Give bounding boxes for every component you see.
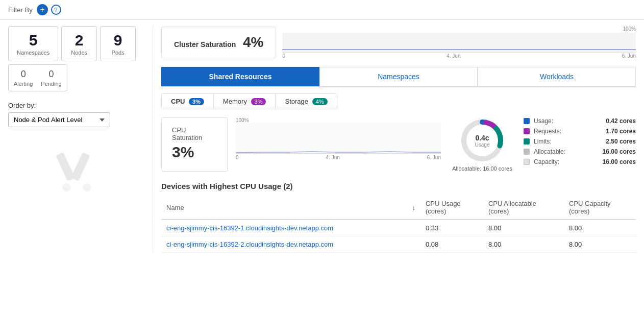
cluster-sat-pct: 4%: [243, 34, 263, 50]
legend-key-usage: Usage:: [534, 117, 580, 125]
devices-table: Name ↓ CPU Usage(cores) CPU Allocatable(…: [161, 196, 636, 253]
legend-dot-allocatable: [524, 149, 530, 155]
cluster-chart-top-label: 100%: [282, 26, 636, 32]
tab-workloads[interactable]: Workloads: [478, 67, 636, 86]
pods-label: Pods: [109, 50, 127, 56]
table-row: ci-eng-sjimmy-cis-16392-1.cloudinsights-…: [161, 220, 636, 236]
nodes-label: Nodes: [70, 50, 88, 56]
cpu-chart-labels: 0 4. Jun 6. Jun: [236, 155, 441, 160]
donut-area: 0.4c Usage Allocatable: 16.00 cores: [449, 117, 515, 172]
cluster-sat-title: Cluster Saturation: [174, 40, 236, 49]
top-bar: Filter By + ?: [0, 0, 644, 20]
cpu-chart-date1: 4. Jun: [326, 155, 340, 160]
cluster-saturation-box: Cluster Saturation 4%: [161, 27, 276, 58]
namespaces-value: 5: [17, 32, 49, 49]
donut-value: 0.4c: [475, 134, 490, 142]
alerting-value: 0: [21, 69, 26, 80]
cpu-chart-top-label: 100%: [236, 117, 441, 123]
cell-cpu-alloc-1: 8.00: [483, 236, 564, 253]
pods-value: 9: [109, 32, 127, 49]
legend-key-capacity: Capacity:: [534, 158, 580, 165]
cpu-chart-graph: [236, 123, 441, 154]
cpu-sat-value: 3%: [172, 144, 217, 161]
cpu-chart-area: 100% 0 4. Jun 6. Jun: [236, 117, 441, 172]
namespaces-label: Namespaces: [17, 50, 49, 56]
right-panel: Cluster Saturation 4% 100% 0 4. Jun 6. J…: [153, 26, 644, 253]
svg-point-2: [61, 182, 71, 193]
legend-row-requests: Requests: 1.70 cores: [524, 128, 636, 135]
main-tabs: Shared Resources Namespaces Workloads: [161, 67, 636, 87]
cluster-chart-zero: 0: [282, 53, 285, 59]
cell-cpu-alloc-0: 8.00: [483, 220, 564, 236]
legend-key-requests: Requests:: [534, 128, 580, 135]
cpu-sat-title: CPU Saturation: [172, 126, 217, 141]
legend-dot-limits: [524, 138, 530, 145]
filter-label: Filter By: [8, 6, 33, 14]
legend-val-allocatable: 16.00 cores: [598, 148, 636, 155]
sub-tab-cpu[interactable]: CPU 3%: [162, 94, 214, 109]
legend-val-requests: 1.70 cores: [601, 128, 636, 135]
tab-namespaces[interactable]: Namespaces: [319, 67, 478, 86]
stat-card-pods: 9 Pods: [100, 26, 136, 61]
device-link-0[interactable]: ci-eng-sjimmy-cis-16392-1.cloudinsights-…: [166, 224, 333, 232]
sub-tab-storage-badge: 4%: [312, 98, 328, 105]
main-layout: 5 Namespaces 2 Nodes 9 Pods 0 Alerting 0…: [0, 20, 644, 259]
sub-tab-storage[interactable]: Storage 4%: [276, 94, 336, 109]
devices-title: Devices with Highest CPU Usage (2): [161, 182, 636, 190]
tab-shared-resources[interactable]: Shared Resources: [161, 67, 319, 86]
pending-label: Pending: [41, 81, 61, 87]
col-name: Name: [161, 196, 407, 220]
device-link-1[interactable]: ci-eng-sjimmy-cis-16392-2.cloudinsights-…: [166, 241, 333, 248]
add-filter-button[interactable]: +: [37, 4, 48, 15]
cluster-chart-bottom: 0 4. Jun 6. Jun: [282, 53, 636, 59]
legend-dot-capacity: [524, 159, 530, 165]
col-sort-icon[interactable]: ↓: [407, 196, 420, 220]
help-button[interactable]: ?: [51, 5, 61, 15]
cluster-chart-line: [282, 49, 636, 50]
cpu-line-chart: [236, 123, 441, 153]
pending-value: 0: [48, 69, 54, 80]
cell-cpu-usage-0: 0.33: [420, 220, 483, 236]
cell-name: ci-eng-sjimmy-cis-16392-2.cloudinsights-…: [161, 236, 407, 253]
devices-section: Devices with Highest CPU Usage (2) Name …: [161, 182, 636, 253]
cell-name: ci-eng-sjimmy-cis-16392-1.cloudinsights-…: [161, 220, 407, 236]
table-header-row: Name ↓ CPU Usage(cores) CPU Allocatable(…: [161, 196, 636, 220]
sub-tab-storage-label: Storage: [285, 98, 308, 105]
alerting-label: Alerting: [14, 81, 33, 87]
legend-val-capacity: 16.00 cores: [598, 158, 636, 165]
table-row: ci-eng-sjimmy-cis-16392-2.cloudinsights-…: [161, 236, 636, 253]
order-section: Order by: Node & Pod Alert Level: [8, 102, 144, 127]
stat-cards: 5 Namespaces 2 Nodes 9 Pods 0 Alerting 0…: [8, 26, 144, 91]
nodes-value: 2: [70, 32, 88, 49]
svg-point-3: [81, 182, 92, 193]
cluster-saturation-row: Cluster Saturation 4% 100% 0 4. Jun 6. J…: [161, 26, 636, 59]
order-label: Order by:: [8, 102, 144, 109]
legend-dot-usage: [524, 118, 530, 124]
donut-center: 0.4c Usage: [475, 134, 490, 148]
cluster-mini-chart: 100% 0 4. Jun 6. Jun: [282, 26, 636, 59]
stat-card-nodes: 2 Nodes: [61, 26, 97, 61]
cpu-saturation-box: CPU Saturation 3%: [161, 117, 228, 172]
cluster-chart-date1: 4. Jun: [447, 53, 460, 59]
sub-tab-memory[interactable]: Memory 3%: [214, 94, 276, 109]
col-cpu-alloc: CPU Allocatable(cores): [483, 196, 564, 220]
sub-tab-memory-label: Memory: [223, 98, 247, 105]
col-cpu-usage: CPU Usage(cores): [420, 196, 483, 220]
cpu-chart-date2: 6. Jun: [427, 155, 441, 160]
sub-tab-memory-badge: 3%: [251, 98, 266, 105]
sub-tab-cpu-label: CPU: [171, 98, 185, 105]
cpu-chart-zero: 0: [236, 155, 239, 160]
donut-wrap: 0.4c Usage: [459, 117, 505, 163]
left-panel: 5 Namespaces 2 Nodes 9 Pods 0 Alerting 0…: [0, 26, 153, 253]
legend-dot-requests: [524, 128, 530, 134]
legend-key-allocatable: Allocatable:: [534, 148, 580, 155]
stat-card-alerts: 0 Alerting 0 Pending: [8, 64, 67, 91]
legend-val-limits: 2.50 cores: [601, 138, 636, 145]
order-select[interactable]: Node & Pod Alert Level: [8, 112, 110, 127]
legend-key-limits: Limits:: [534, 138, 580, 145]
sub-tab-cpu-badge: 3%: [189, 98, 204, 105]
cell-cpu-usage-1: 0.08: [420, 236, 483, 253]
donut-sub-label: Allocatable: 16.00 cores: [452, 165, 512, 172]
cell-cpu-cap-1: 8.00: [564, 236, 636, 253]
cell-cpu-cap-0: 8.00: [564, 220, 636, 236]
